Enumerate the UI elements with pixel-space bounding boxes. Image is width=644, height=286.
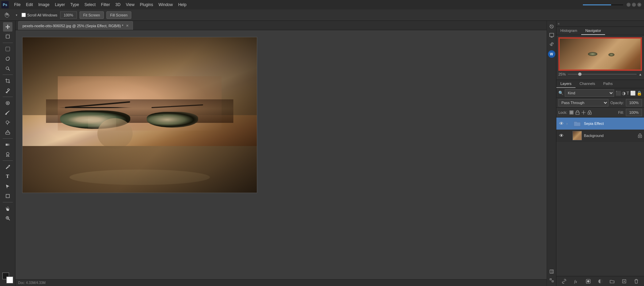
- link-layers-btn[interactable]: [558, 278, 570, 285]
- canvas-viewport[interactable]: [15, 30, 547, 279]
- fill-input[interactable]: [626, 109, 642, 116]
- color-swatches[interactable]: [2, 273, 13, 283]
- scroll-all-windows-checkbox[interactable]: [21, 13, 26, 17]
- blend-mode-dropdown[interactable]: Pass Through Normal Multiply Screen Over…: [558, 99, 608, 106]
- create-group-btn[interactable]: [606, 278, 618, 285]
- fill-screen-btn[interactable]: Fill Screen: [106, 11, 131, 19]
- dodge-tool[interactable]: [3, 150, 12, 159]
- zoom-slider[interactable]: [568, 74, 637, 75]
- menu-filter[interactable]: Filter: [98, 1, 113, 8]
- options-bar: ▾ Scroll All Windows Fit Screen Fill Scr…: [0, 9, 644, 21]
- w-button[interactable]: W: [548, 50, 555, 58]
- artboard-tool[interactable]: [3, 32, 12, 41]
- bg-layer-visibility[interactable]: 👁: [558, 133, 564, 138]
- paths-tab[interactable]: Paths: [599, 80, 617, 88]
- shape-tool[interactable]: [3, 191, 12, 201]
- lock-position-icon[interactable]: [575, 110, 580, 115]
- maximize-btn[interactable]: □: [632, 3, 636, 7]
- menu-image[interactable]: Image: [36, 1, 52, 8]
- eyedropper-tool[interactable]: [3, 86, 12, 95]
- pixel-filter-icon[interactable]: ⬛: [615, 91, 621, 96]
- opacity-input[interactable]: [626, 99, 642, 106]
- layer-item-background[interactable]: 👁 Background: [556, 130, 644, 142]
- healing-brush-tool[interactable]: [3, 98, 12, 108]
- lasso-tool[interactable]: [3, 54, 12, 63]
- create-new-layer-btn[interactable]: [618, 278, 630, 285]
- hand-tool-icon[interactable]: [3, 11, 11, 19]
- navigator-tab[interactable]: Navigator: [581, 27, 605, 35]
- expand-panels-btn[interactable]: [548, 277, 555, 284]
- zoom-tool[interactable]: [3, 213, 12, 223]
- layers-panel: Layers Channels Paths 🔍 Kind ⬛ ◑ T ⬜ 🔒: [556, 80, 644, 286]
- crop-tool[interactable]: [3, 76, 12, 86]
- sepia-layer-visibility[interactable]: 👁: [558, 121, 564, 126]
- smart-filter-icon[interactable]: 🔒: [637, 91, 642, 96]
- path-selection-tool[interactable]: [3, 182, 12, 191]
- close-btn[interactable]: ✕: [637, 3, 641, 7]
- delete-layer-btn[interactable]: [631, 278, 642, 285]
- type-filter-icon[interactable]: T: [627, 91, 629, 96]
- kind-dropdown[interactable]: Kind: [565, 89, 614, 97]
- menu-select[interactable]: Select: [82, 1, 98, 8]
- menu-type[interactable]: Type: [67, 1, 82, 8]
- layers-tab[interactable]: Layers: [556, 80, 576, 88]
- menu-edit[interactable]: Edit: [23, 1, 36, 8]
- layers-list: 👁 › Sepia Effect 👁 Background: [556, 117, 644, 276]
- bg-layer-thumb: [572, 131, 582, 140]
- navigator-panel-icon[interactable]: [548, 32, 555, 39]
- type-tool[interactable]: T: [3, 172, 12, 181]
- lock-move-icon[interactable]: [581, 110, 586, 115]
- minimize-btn[interactable]: ─: [627, 3, 631, 7]
- add-mask-btn[interactable]: [583, 278, 594, 285]
- channels-tab[interactable]: Channels: [576, 80, 599, 88]
- menu-help[interactable]: Help: [176, 1, 189, 8]
- histogram-tab[interactable]: Histogram: [556, 27, 581, 35]
- svg-rect-23: [550, 33, 554, 37]
- shape-filter-icon[interactable]: ⬜: [630, 91, 636, 96]
- quick-select-tool[interactable]: [3, 64, 12, 73]
- tool-options-arrow[interactable]: ▾: [14, 13, 19, 17]
- tab-close-btn[interactable]: ✕: [126, 24, 129, 28]
- hand-tool[interactable]: [3, 204, 12, 213]
- collapse-arrow[interactable]: «: [558, 22, 560, 26]
- menu-window[interactable]: Window: [156, 1, 176, 8]
- svg-rect-0: [6, 35, 9, 38]
- menu-plugins[interactable]: Plugins: [137, 1, 156, 8]
- add-style-btn[interactable]: fx: [570, 278, 582, 285]
- document-tab[interactable]: pexels-noelle-otto-906052.jpg @ 25% (Sep…: [18, 21, 133, 30]
- layer-item-sepia-effect[interactable]: 👁 › Sepia Effect: [556, 117, 644, 130]
- panel-toggle-btn[interactable]: [548, 268, 555, 275]
- rectangular-marquee-tool[interactable]: [3, 44, 12, 54]
- fit-screen-btn[interactable]: Fit Screen: [80, 11, 104, 19]
- svg-text:fx: fx: [574, 279, 577, 284]
- zoom-slider-thumb[interactable]: [578, 73, 582, 76]
- sepia-expand-icon[interactable]: ›: [566, 122, 570, 126]
- title-bar: Ps File Edit Image Layer Type Select Fil…: [0, 0, 644, 9]
- photo-display: [22, 37, 257, 193]
- lock-icons: [569, 110, 592, 115]
- main-layout: T pexels-noelle-otto-906052.jpg @ 25% (S…: [0, 21, 644, 286]
- zoom-input[interactable]: [60, 11, 77, 19]
- lock-pixels-icon[interactable]: [569, 110, 574, 115]
- brush-tool[interactable]: [3, 108, 12, 117]
- move-tool[interactable]: [3, 22, 12, 32]
- eraser-tool[interactable]: [3, 128, 12, 137]
- adjustment-filter-icon[interactable]: ◑: [622, 91, 626, 96]
- menu-file[interactable]: File: [11, 1, 23, 8]
- adjustments-panel-icon[interactable]: [548, 40, 555, 48]
- clone-stamp-tool[interactable]: [3, 118, 12, 127]
- menu-3d[interactable]: 3D: [112, 1, 123, 8]
- scroll-all-windows-label[interactable]: Scroll All Windows: [21, 13, 57, 17]
- canvas-area: pexels-noelle-otto-906052.jpg @ 25% (Sep…: [15, 21, 547, 286]
- lock-all-icon[interactable]: [587, 110, 592, 115]
- menu-view[interactable]: View: [123, 1, 137, 8]
- lock-fill-row: Lock: Fill:: [556, 108, 644, 117]
- gradient-tool[interactable]: [3, 140, 12, 149]
- create-adjustment-btn[interactable]: [595, 278, 606, 285]
- menu-layer[interactable]: Layer: [52, 1, 67, 8]
- window-controls: ─ □ ✕: [627, 3, 644, 7]
- svg-rect-14: [6, 144, 10, 146]
- panel-header-collapse[interactable]: «: [556, 21, 644, 27]
- history-panel-icon[interactable]: [548, 23, 555, 30]
- pen-tool[interactable]: [3, 162, 12, 172]
